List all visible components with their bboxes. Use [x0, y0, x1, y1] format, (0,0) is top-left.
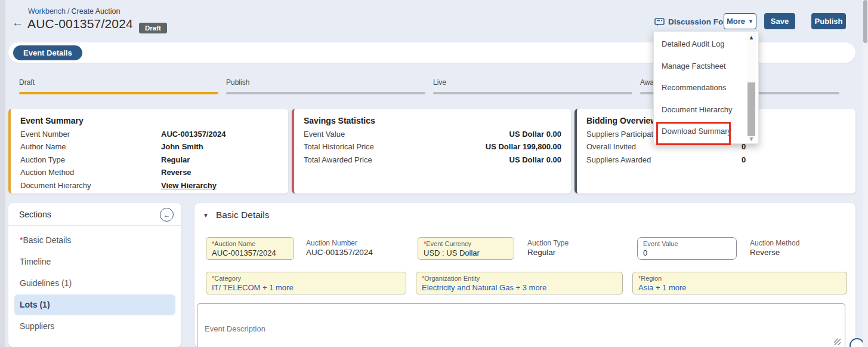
- field-value: AUC-001357/2024: [306, 248, 373, 257]
- publish-button[interactable]: Publish: [811, 13, 846, 29]
- progress-step-live: Live: [433, 78, 632, 94]
- card-row: Event NumberAUC-001357/2024: [20, 130, 279, 139]
- row-label: Suppliers Awarded: [586, 156, 742, 164]
- row-value: Reverse: [161, 168, 191, 177]
- sidebar-item-suppliers[interactable]: Suppliers: [14, 316, 175, 337]
- field-value[interactable]: Electricity and Natural Gas + 3 more: [422, 284, 617, 292]
- card-title: Savings Statistics: [304, 116, 561, 125]
- progress-step-draft: Draft: [19, 78, 218, 94]
- category-field[interactable]: *Category IT/ TELECOM + 1 more: [206, 272, 406, 294]
- card-row: Event ValueUS Dollar 0.00: [304, 130, 561, 139]
- field-label: Auction Method: [750, 239, 799, 247]
- breadcrumb-workbench-link[interactable]: Workbench: [28, 7, 66, 16]
- sections-title: Sections: [19, 210, 51, 219]
- breadcrumb-current: Create Auction: [71, 7, 120, 16]
- row-label: Total Awarded Price: [304, 156, 372, 164]
- sidebar-item-label: Lots (1): [20, 300, 50, 309]
- progress-step-publish: Publish: [226, 78, 425, 94]
- row-value: John Smith: [161, 143, 203, 151]
- field-value[interactable]: Asia + 1 more: [638, 284, 841, 292]
- discussion-forum-icon: [654, 18, 665, 26]
- field-value: Regular: [527, 248, 569, 257]
- field-label: Event Value: [643, 240, 731, 247]
- auction-number-field: Auction Number AUC-001357/2024: [306, 237, 373, 257]
- sidebar-item-label: Guidelines (1): [20, 278, 72, 288]
- sections-panel: Sections ← *Basic Details Timeline Guide…: [8, 203, 181, 347]
- menu-item-manage-factsheet[interactable]: Manage Factsheet: [654, 56, 758, 78]
- row-value: US Dollar 199,800.00: [486, 143, 561, 151]
- row-value: Regular: [161, 156, 190, 164]
- row-label: Total Historical Price: [304, 143, 374, 151]
- row-label: Auction Method: [20, 168, 161, 177]
- card-row: Document HierarchyView Hierarchy: [20, 182, 279, 190]
- view-hierarchy-link[interactable]: View Hierarchy: [161, 182, 217, 190]
- page-scrollbar-track[interactable]: [863, 0, 868, 347]
- sidebar-item-label: Suppliers: [20, 321, 54, 331]
- progress-step-bar: [226, 92, 425, 94]
- region-field[interactable]: *Region Asia + 1 more: [632, 272, 847, 294]
- savings-statistics-card: Savings Statistics Event ValueUS Dollar …: [292, 109, 571, 194]
- event-description-textarea[interactable]: [197, 303, 845, 347]
- field-value: 0: [643, 249, 731, 257]
- field-value[interactable]: IT/ TELECOM + 1 more: [212, 284, 400, 292]
- row-label: Event Number: [20, 130, 161, 139]
- back-arrow-icon[interactable]: ←: [12, 17, 23, 28]
- collapse-panel-button[interactable]: ←: [160, 208, 174, 222]
- menu-item-detailed-audit-log[interactable]: Detailed Audit Log: [654, 33, 758, 56]
- row-value: 0: [742, 156, 746, 164]
- card-row: Auction TypeRegular: [20, 156, 279, 164]
- field-label: Organization Entity: [424, 275, 480, 282]
- more-button[interactable]: More ▼: [724, 13, 756, 29]
- highlight-annotation-box: [656, 122, 731, 145]
- field-label: Auction Name: [214, 240, 255, 247]
- sidebar-item-guidelines[interactable]: Guidelines (1): [14, 273, 175, 294]
- more-button-label: More: [727, 17, 745, 26]
- row-value: AUC-001357/2024: [161, 130, 226, 139]
- breadcrumb: Workbench/Create Auction: [28, 7, 120, 16]
- event-summary-card: Event Summary Event NumberAUC-001357/202…: [8, 109, 288, 194]
- row-value: US Dollar 0.00: [509, 156, 561, 164]
- row-label: Author Name: [20, 143, 161, 151]
- menu-scrollbar[interactable]: ▲ ▼: [747, 33, 756, 142]
- field-value: Reverse: [750, 248, 799, 257]
- page-title: AUC-001357/2024: [27, 17, 133, 31]
- save-button[interactable]: Save: [764, 13, 795, 29]
- progress-step-label: Publish: [226, 78, 425, 87]
- auction-name-field[interactable]: *Auction Name AUC-001357/2024: [206, 237, 294, 260]
- breadcrumb-separator: /: [67, 7, 69, 16]
- status-badge: Draft: [139, 23, 167, 33]
- scroll-up-icon[interactable]: ▲: [747, 34, 756, 41]
- menu-scrollbar-thumb[interactable]: [747, 82, 755, 136]
- caret-down-icon: ▼: [203, 212, 209, 219]
- field-label: Region: [641, 275, 662, 282]
- sidebar-item-lots[interactable]: Lots (1): [14, 294, 175, 315]
- row-label: Auction Type: [20, 156, 161, 164]
- sidebar-item-timeline[interactable]: Timeline: [14, 251, 175, 272]
- row-value: 0: [742, 143, 746, 151]
- row-value: US Dollar 0.00: [509, 130, 561, 139]
- resize-handle-icon[interactable]: [834, 339, 841, 345]
- chevron-down-icon: ▼: [748, 19, 753, 24]
- menu-item-document-hierarchy[interactable]: Document Hierarchy: [654, 99, 758, 121]
- sidebar-item-basic-details[interactable]: *Basic Details: [14, 230, 175, 251]
- sections-header: Sections ←: [8, 203, 181, 226]
- card-row: Total Awarded PriceUS Dollar 0.00: [304, 156, 561, 164]
- card-row: Author NameJohn Smith: [20, 143, 279, 151]
- auction-type-field: Auction Type Regular: [527, 237, 569, 257]
- menu-item-recommendations[interactable]: Recommendations: [654, 77, 758, 99]
- organization-entity-field[interactable]: *Organization Entity Electricity and Nat…: [416, 272, 623, 294]
- basic-details-section-header[interactable]: ▼ Basic Details: [203, 210, 270, 220]
- row-label: Event Value: [304, 130, 345, 139]
- row-label: Document Hierarchy: [20, 182, 161, 190]
- progress-step-label: Live: [433, 78, 632, 87]
- field-label: Auction Number: [306, 239, 373, 247]
- sidebar-item-label: Timeline: [20, 257, 51, 266]
- page-scrollbar-thumb[interactable]: [863, 0, 867, 43]
- card-title: Event Summary: [20, 116, 279, 125]
- field-label: Category: [214, 275, 241, 282]
- scroll-down-icon[interactable]: ▼: [747, 136, 756, 142]
- tab-event-details[interactable]: Event Details: [13, 45, 82, 60]
- event-value-field[interactable]: Event Value 0: [637, 237, 737, 260]
- event-currency-field[interactable]: *Event Currency USD : US Dollar: [418, 237, 514, 260]
- arrow-left-icon: ←: [163, 211, 171, 219]
